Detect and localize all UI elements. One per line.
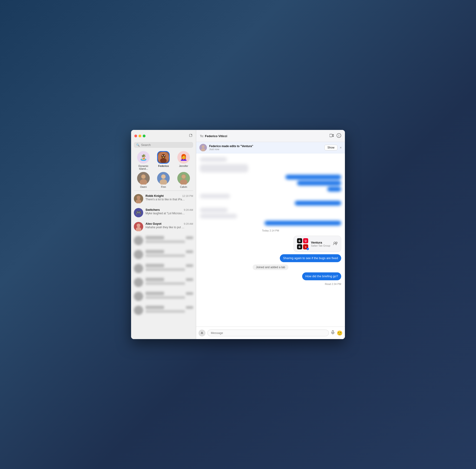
conv-item-switchers[interactable]: 🎮 Switchers 9:28 AM Myke laughed at "Lol… <box>131 206 196 220</box>
message-blurred-1 <box>200 157 242 162</box>
audio-button[interactable] <box>331 330 335 335</box>
conv-header-robb-knight: Robb Knight 12:18 PM <box>146 194 193 198</box>
compose-button[interactable] <box>189 134 193 138</box>
message-blurred-4 <box>295 201 341 205</box>
pinned-label-federico: Federico <box>158 165 169 167</box>
tab-icon-row-1: Q <box>297 238 308 243</box>
conv-preview-alex-guyot: Hahaha yeah they like to put an end to e… <box>146 226 185 229</box>
avatar-jennifer: 👩‍🦰 <box>177 151 190 164</box>
pinned-contact-calvin[interactable]: Calvin <box>175 172 192 188</box>
svg-text:🧔: 🧔 <box>162 156 165 158</box>
avatar-federico: 🧔 <box>157 151 170 164</box>
conversation-list: Robb Knight 12:18 PM There's a lot to li… <box>131 192 196 339</box>
apps-label: A <box>201 331 203 335</box>
notif-show-button[interactable]: Show <box>324 145 338 150</box>
conv-content-blurred-1: ████████ ████ <box>146 236 193 243</box>
header-icons <box>330 133 341 139</box>
traffic-lights <box>134 134 146 137</box>
pinned-contact-owen[interactable]: Owen <box>135 172 152 188</box>
conv-header-switchers: Switchers 9:28 AM <box>146 208 193 212</box>
apple-icon-2 <box>297 244 302 249</box>
input-bar: A 🙂 <box>196 327 345 339</box>
conv-preview-robb-knight: There's a lot to like in that iPad but i… <box>146 198 185 201</box>
conv-item-blurred-6[interactable]: ████████ ████ <box>131 303 196 317</box>
message-sharing-again: Sharing again to see if the bugs are fix… <box>280 254 341 262</box>
conv-preview-switchers: Myke laughed at "Lol Microsoft just roll… <box>146 212 185 215</box>
avatar-blurred-6 <box>134 306 143 315</box>
notif-avatar <box>199 144 207 151</box>
message-blurred-3 <box>200 194 230 199</box>
to-label: To: <box>200 134 204 138</box>
conv-content-alex-guyot: Alex Guyot 9:28 AM Hahaha yeah they like… <box>146 222 193 229</box>
svg-point-5 <box>160 158 167 163</box>
avatar-blurred-3 <box>134 264 143 273</box>
message-blurred-received-2 <box>200 208 341 218</box>
conv-time-alex-guyot: 9:28 AM <box>184 222 193 225</box>
conv-header-alex-guyot: Alex Guyot 9:28 AM <box>146 222 193 225</box>
message-input[interactable] <box>207 330 329 336</box>
pinned-contact-finn[interactable]: Finn <box>155 172 171 188</box>
sidebar: 🔍 🏝️ Dynamic Island... <box>131 130 196 339</box>
avatar-blurred-2 <box>134 250 143 259</box>
notif-title: Federico made edits to "Ventura" <box>209 145 322 148</box>
search-bar[interactable]: 🔍 <box>134 142 193 148</box>
conv-item-blurred-5[interactable]: ████████ ████ <box>131 289 196 303</box>
svg-point-24 <box>137 196 140 200</box>
message-blurred-sent-2 <box>265 221 341 225</box>
pinned-contact-jennifer[interactable]: 👩‍🦰 Jennifer <box>175 151 192 170</box>
conv-name-robb-knight: Robb Knight <box>146 194 164 198</box>
conv-content-robb-knight: Robb Knight 12:18 PM There's a lot to li… <box>146 194 193 201</box>
minimize-button[interactable] <box>138 134 141 137</box>
q-icon-2: Q + <box>303 244 308 249</box>
read-receipt: Read 2:34 PM <box>325 283 341 285</box>
video-call-button[interactable] <box>330 134 334 138</box>
apps-button[interactable]: A <box>199 330 205 336</box>
tab-share-card[interactable]: Q Q + <box>293 236 341 252</box>
avatar-alex-guyot <box>134 222 143 231</box>
message-blurred-sent-1 <box>200 175 341 191</box>
svg-rect-29 <box>330 134 332 137</box>
conv-time-robb-knight: 12:18 PM <box>182 195 193 197</box>
conv-item-blurred-4[interactable]: ████████ ████ <box>131 275 196 289</box>
conv-name-alex-guyot: Alex Guyot <box>146 222 162 225</box>
conv-item-robb-knight[interactable]: Robb Knight 12:18 PM There's a lot to li… <box>131 192 196 206</box>
system-message-joined: Joined and added a tab <box>253 265 288 270</box>
notif-close-button[interactable]: × <box>340 146 342 150</box>
tab-share-icons: Q Q + <box>297 238 308 249</box>
message-briefing: How did the briefing go? <box>302 272 341 280</box>
avatar-robb-knight <box>134 194 143 203</box>
svg-rect-38 <box>332 331 334 333</box>
pinned-contact-dynamic-island[interactable]: 🏝️ Dynamic Island... <box>135 151 152 170</box>
svg-point-18 <box>162 175 165 179</box>
messages-window: 🔍 🏝️ Dynamic Island... <box>131 130 345 339</box>
pinned-label-calvin: Calvin <box>180 185 187 188</box>
info-button[interactable] <box>337 133 341 139</box>
notif-content: Federico made edits to "Ventura" Just no… <box>209 145 322 151</box>
main-header: To: Federico Viticci <box>196 130 345 142</box>
tab-group-subtitle: Safari Tab Group <box>311 244 330 247</box>
conv-name-switchers: Switchers <box>146 208 160 212</box>
emoji-button[interactable]: 🙂 <box>337 330 343 336</box>
svg-point-27 <box>137 224 140 227</box>
pinned-contact-federico[interactable]: 🧔 Federico <box>155 151 171 170</box>
tab-icon-row-2: Q + <box>297 244 308 249</box>
conv-item-blurred-1[interactable]: ████████ ████ <box>131 234 196 248</box>
svg-point-37 <box>336 242 337 243</box>
main-panel: To: Federico Viticci <box>196 130 345 339</box>
svg-point-14 <box>142 175 145 179</box>
sidebar-separator <box>134 191 193 191</box>
recipient-name: Federico Viticci <box>205 134 227 138</box>
conv-item-alex-guyot[interactable]: Alex Guyot 9:28 AM Hahaha yeah they like… <box>131 220 196 234</box>
sidebar-titlebar <box>131 130 196 142</box>
close-button[interactable] <box>134 134 137 137</box>
fullscreen-button[interactable] <box>143 134 146 137</box>
conv-item-blurred-2[interactable]: ████████ ████ <box>131 248 196 261</box>
avatar-owen <box>137 172 150 184</box>
svg-rect-0 <box>189 134 192 137</box>
apple-icon <box>297 238 302 243</box>
pinned-label-jennifer: Jennifer <box>179 165 188 167</box>
conv-item-blurred-3[interactable]: ████████ ████ <box>131 261 196 275</box>
search-input[interactable] <box>141 143 191 147</box>
svg-point-22 <box>182 175 186 179</box>
avatar-finn <box>157 172 170 184</box>
